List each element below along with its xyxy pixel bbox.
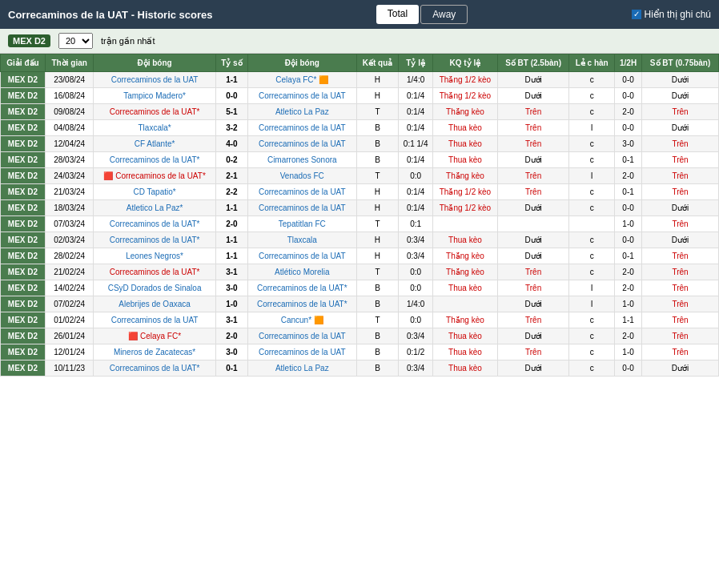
date-cell: 24/03/24	[45, 168, 93, 184]
team-cell[interactable]: Leones Negros*	[94, 248, 215, 264]
ratio-cell: 1/4:0	[399, 296, 433, 312]
team2-cell[interactable]: Atletico La Paz	[247, 360, 356, 377]
col-bt075: Số BT (0.75bàn)	[642, 54, 719, 72]
team-cell[interactable]: Correcaminos de la UAT*	[94, 216, 215, 232]
league-cell: MEX D2	[1, 248, 46, 264]
bt075-cell: Trên	[642, 264, 719, 280]
team-cell[interactable]: Correcaminos de la UAT*	[94, 152, 215, 168]
team2-cell[interactable]: Cancun* 🟧	[247, 312, 356, 328]
team2-cell[interactable]: Correcaminos de la UAT	[247, 248, 356, 264]
score-cell: 0-0	[215, 88, 247, 104]
team2-cell[interactable]: Correcaminos de la UAT*	[247, 296, 356, 312]
score-cell: 2-0	[215, 216, 247, 232]
result-cell: T	[356, 264, 399, 280]
kq-ratio-cell: Thắng 1/2 kèo	[432, 200, 497, 216]
table-row: MEX D202/03/24Correcaminos de la UAT*1-1…	[1, 232, 719, 248]
team-cell[interactable]: CF Atlante*	[94, 136, 215, 152]
result-cell: T	[356, 312, 399, 328]
team-cell[interactable]: Correcaminos de la UAT	[94, 72, 215, 88]
score-cell: 3-2	[215, 120, 247, 136]
scores-table: Giải đấu Thời gian Đội bóng Tỷ số Đội bó…	[0, 54, 719, 377]
date-cell: 21/03/24	[45, 184, 93, 200]
ratio-cell: 0:1/4	[399, 152, 433, 168]
league-cell: MEX D2	[1, 184, 46, 200]
team2-cell[interactable]: Correcaminos de la UAT	[247, 328, 356, 344]
tab-away[interactable]: Away	[420, 5, 468, 24]
bt075-cell: Trên	[642, 184, 719, 200]
team-cell[interactable]: Correcaminos de la UAT*	[94, 104, 215, 120]
league-cell: MEX D2	[1, 312, 46, 328]
result-cell: B	[356, 328, 399, 344]
bt25-cell: Dưới	[497, 232, 568, 248]
team-cell[interactable]: 🟥 Correcaminos de la UAT*	[94, 168, 215, 184]
recent-label: trận gần nhất	[101, 36, 155, 46]
table-row: MEX D201/02/24Correcaminos de la UAT3-1C…	[1, 312, 719, 328]
result-cell: B	[356, 296, 399, 312]
show-notes-checkbox[interactable]: Hiển thị ghi chú	[632, 9, 711, 20]
kq-ratio-cell: Thắng 1/2 kèo	[432, 184, 497, 200]
ratio-cell: 1/4:0	[399, 72, 433, 88]
half-cell: 0-1	[615, 248, 642, 264]
result-cell: H	[356, 248, 399, 264]
le-c-cell: c	[569, 200, 615, 216]
le-c-cell: I	[569, 168, 615, 184]
league-cell: MEX D2	[1, 136, 46, 152]
date-cell: 10/11/23	[45, 360, 93, 377]
team-cell[interactable]: Correcaminos de la UAT*	[94, 360, 215, 377]
le-c-cell	[569, 216, 615, 232]
team2-cell[interactable]: Correcaminos de la UAT	[247, 184, 356, 200]
team-cell[interactable]: Tlaxcala*	[94, 120, 215, 136]
team-cell[interactable]: Alebrijes de Oaxaca	[94, 296, 215, 312]
team2-cell[interactable]: Atletico La Paz	[247, 104, 356, 120]
col-date: Thời gian	[45, 54, 93, 72]
team-cell[interactable]: Correcaminos de la UAT*	[94, 232, 215, 248]
team2-cell[interactable]: Celaya FC* 🟧	[247, 72, 356, 88]
team2-cell[interactable]: Tlaxcala	[247, 232, 356, 248]
team-cell[interactable]: Atletico La Paz*	[94, 200, 215, 216]
team2-cell[interactable]: Correcaminos de la UAT	[247, 88, 356, 104]
team-cell[interactable]: CSyD Dorados de Sinaloa	[94, 280, 215, 296]
result-cell: T	[356, 216, 399, 232]
tab-total[interactable]: Total	[376, 5, 419, 24]
half-cell: 0-1	[615, 152, 642, 168]
result-cell: H	[356, 88, 399, 104]
le-c-cell: c	[569, 72, 615, 88]
le-c-cell: c	[569, 136, 615, 152]
table-row: MEX D214/02/24CSyD Dorados de Sinaloa3-0…	[1, 280, 719, 296]
team-cell[interactable]: Correcaminos de la UAT*	[94, 264, 215, 280]
team-cell[interactable]: Tampico Madero*	[94, 88, 215, 104]
ratio-cell: 0:0	[399, 312, 433, 328]
score-cell: 1-1	[215, 200, 247, 216]
table-row: MEX D212/01/24Mineros de Zacatecas*3-0Co…	[1, 344, 719, 360]
ratio-cell: 0:1/4	[399, 88, 433, 104]
bt25-cell: Trên	[497, 184, 568, 200]
team2-cell[interactable]: Venados FC	[247, 168, 356, 184]
team2-cell[interactable]: Correcaminos de la UAT	[247, 200, 356, 216]
team2-cell[interactable]: Tepatitlan FC	[247, 216, 356, 232]
team2-cell[interactable]: Correcaminos de la UAT	[247, 136, 356, 152]
checkbox-icon[interactable]	[632, 10, 641, 19]
kq-ratio-cell: Thắng kèo	[432, 104, 497, 120]
ratio-cell: 0:3/4	[399, 232, 433, 248]
team-cell[interactable]: Correcaminos de la UAT	[94, 312, 215, 328]
half-cell: 0-0	[615, 200, 642, 216]
count-select[interactable]: 20 10 30 50	[58, 33, 93, 49]
team-cell[interactable]: 🟥 Celaya FC*	[94, 328, 215, 344]
team2-cell[interactable]: Correcaminos de la UAT	[247, 120, 356, 136]
team2-cell[interactable]: Cimarrones Sonora	[247, 152, 356, 168]
team2-cell[interactable]: Correcaminos de la UAT*	[247, 280, 356, 296]
score-cell: 3-1	[215, 312, 247, 328]
bt25-cell: Dưới	[497, 200, 568, 216]
half-cell: 0-0	[615, 120, 642, 136]
team2-cell[interactable]: Correcaminos de la UAT	[247, 344, 356, 360]
le-c-cell: c	[569, 360, 615, 377]
col-bt25: Số BT (2.5bàn)	[497, 54, 568, 72]
team-cell[interactable]: Mineros de Zacatecas*	[94, 344, 215, 360]
date-cell: 26/01/24	[45, 328, 93, 344]
half-cell: 0-0	[615, 360, 642, 377]
date-cell: 12/04/24	[45, 136, 93, 152]
league-cell: MEX D2	[1, 104, 46, 120]
team2-cell[interactable]: Atlético Morelia	[247, 264, 356, 280]
team-cell[interactable]: CD Tapatio*	[94, 184, 215, 200]
col-le-c: Lẻ c hàn	[569, 54, 615, 72]
